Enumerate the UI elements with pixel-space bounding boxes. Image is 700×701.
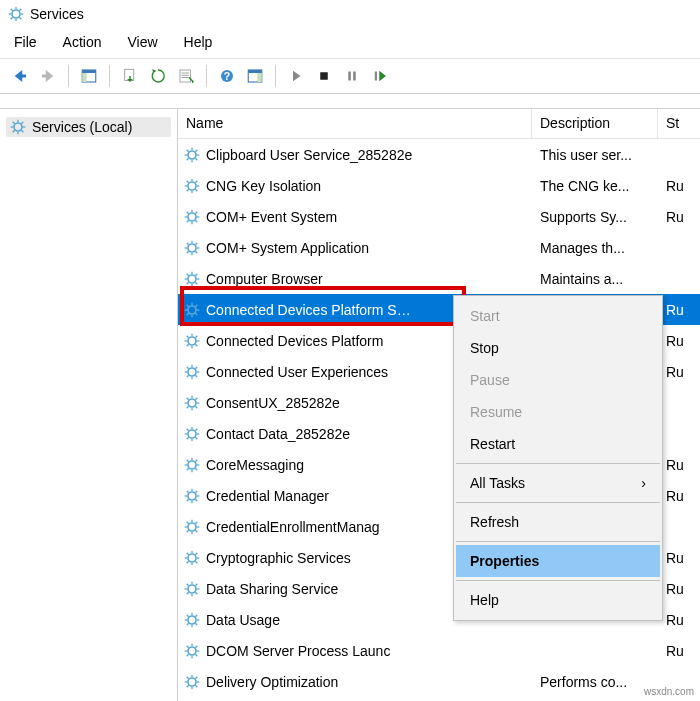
service-name: Data Sharing Service [206,581,338,597]
list-pane: Name Description St Clipboard User Servi… [178,109,700,701]
show-hide-action-pane-button[interactable] [241,63,269,89]
service-status: Ru [658,364,698,380]
gear-icon [10,119,26,135]
service-status: Ru [658,612,698,628]
export-list-button[interactable] [116,63,144,89]
service-name: Connected Devices Platform [206,333,383,349]
context-menu-restart[interactable]: Restart [456,428,660,460]
title-bar: Services [0,0,700,28]
service-status: Ru [658,209,698,225]
context-menu-refresh[interactable]: Refresh [456,506,660,538]
service-gear-icon [184,612,200,628]
service-gear-icon [184,519,200,535]
column-header-status[interactable]: St [658,109,698,138]
service-gear-icon [184,581,200,597]
tree-pane: Services (Local) [0,109,178,701]
context-menu: Start Stop Pause Resume Restart All Task… [453,295,663,621]
service-name: COM+ System Application [206,240,369,256]
context-menu-properties[interactable]: Properties [456,545,660,577]
refresh-button[interactable] [144,63,172,89]
context-menu-stop[interactable]: Stop [456,332,660,364]
svg-rect-27 [375,72,377,81]
svg-rect-25 [348,72,351,81]
toolbar: ? [0,59,700,94]
service-row[interactable]: Computer BrowserMaintains a... [178,263,700,294]
svg-rect-13 [82,73,87,82]
service-gear-icon [184,395,200,411]
properties-button[interactable] [172,63,200,89]
service-status: Ru [658,302,698,318]
service-gear-icon [184,364,200,380]
service-row[interactable]: CNG Key IsolationThe CNG ke...Ru [178,170,700,201]
service-desc: The CNG ke... [532,178,658,194]
context-menu-pause[interactable]: Pause [456,364,660,396]
service-status: Ru [658,550,698,566]
service-name: DCOM Server Process Launc [206,643,390,659]
menu-view[interactable]: View [123,32,161,52]
service-status: Ru [658,178,698,194]
svg-rect-15 [180,70,191,82]
column-header-description[interactable]: Description [532,109,658,138]
context-menu-resume[interactable]: Resume [456,396,660,428]
service-gear-icon [184,271,200,287]
forward-button[interactable] [34,63,62,89]
menu-action[interactable]: Action [59,32,106,52]
service-name: Cryptographic Services [206,550,351,566]
stop-service-button[interactable] [310,63,338,89]
service-name: Contact Data_285282e [206,426,350,442]
service-name: Clipboard User Service_285282e [206,147,412,163]
service-status: Ru [658,333,698,349]
service-gear-icon [184,240,200,256]
menu-bar: File Action View Help [0,28,700,59]
menu-help[interactable]: Help [180,32,217,52]
svg-rect-9 [22,75,27,78]
context-menu-start[interactable]: Start [456,300,660,332]
chevron-right-icon: › [641,475,646,491]
window-title: Services [30,6,84,22]
service-name: CNG Key Isolation [206,178,321,194]
service-row[interactable]: Device Association ServiceEnables pairi.… [178,697,700,701]
service-row[interactable]: DCOM Server Process LauncRu [178,635,700,666]
tree-item-services-local[interactable]: Services (Local) [6,117,171,137]
start-service-button[interactable] [282,63,310,89]
show-hide-console-tree-button[interactable] [75,63,103,89]
service-gear-icon [184,550,200,566]
svg-text:?: ? [224,70,230,82]
back-button[interactable] [6,63,34,89]
pause-service-button[interactable] [338,63,366,89]
service-gear-icon [184,643,200,659]
help-button[interactable]: ? [213,63,241,89]
svg-rect-23 [257,73,262,82]
column-header-name[interactable]: Name [178,109,532,138]
svg-rect-12 [82,70,96,73]
menu-file[interactable]: File [10,32,41,52]
svg-rect-10 [42,75,47,78]
svg-rect-24 [320,72,328,80]
context-menu-help[interactable]: Help [456,584,660,616]
restart-service-button[interactable] [366,63,394,89]
watermark: wsxdn.com [644,686,694,697]
service-desc: Manages th... [532,240,658,256]
service-name: Connected Devices Platform S… [206,302,411,318]
service-status: Ru [658,488,698,504]
service-gear-icon [184,674,200,690]
service-row[interactable]: COM+ Event SystemSupports Sy...Ru [178,201,700,232]
service-row[interactable]: COM+ System ApplicationManages th... [178,232,700,263]
service-gear-icon [184,333,200,349]
service-gear-icon [184,488,200,504]
service-row[interactable]: Clipboard User Service_285282eThis user … [178,139,700,170]
service-row[interactable]: Delivery OptimizationPerforms co... [178,666,700,697]
service-desc: Maintains a... [532,271,658,287]
tree-item-label: Services (Local) [32,119,132,135]
service-name: ConsentUX_285282e [206,395,340,411]
service-desc: This user ser... [532,147,658,163]
service-status: Ru [658,643,698,659]
service-status: Ru [658,457,698,473]
svg-rect-26 [353,72,356,81]
context-menu-all-tasks[interactable]: All Tasks› [456,467,660,499]
service-name: Delivery Optimization [206,674,338,690]
service-gear-icon [184,302,200,318]
service-desc: Performs co... [532,674,658,690]
service-status: Ru [658,581,698,597]
gear-icon [8,6,24,22]
